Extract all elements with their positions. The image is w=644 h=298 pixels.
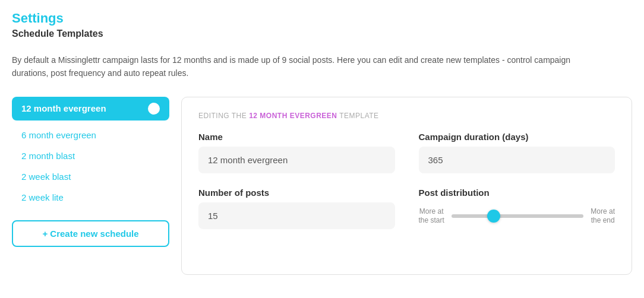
editor-panel: EDITING THE 12 MONTH EVERGREEN TEMPLATE … bbox=[181, 97, 632, 275]
name-label: Name bbox=[198, 132, 395, 142]
sidebar-item-12-month-evergreen[interactable]: 12 month evergreen bbox=[12, 97, 169, 121]
sidebar-item-label-3: 2 week blast bbox=[21, 172, 71, 182]
sidebar-item-label-1: 6 month evergreen bbox=[21, 130, 96, 140]
sidebar-item-label-active: 12 month evergreen bbox=[21, 103, 106, 113]
distribution-label: Post distribution bbox=[419, 188, 615, 198]
page-subtitle: Schedule Templates bbox=[12, 28, 632, 39]
sidebar-item-2-week-blast[interactable]: 2 week blast bbox=[12, 167, 169, 186]
duration-input[interactable] bbox=[419, 147, 615, 173]
sidebar-item-label-2: 2 month blast bbox=[21, 151, 75, 161]
active-toggle-dot bbox=[148, 103, 160, 115]
slider-left-label: More atthe start bbox=[419, 207, 444, 226]
duration-field-group: Campaign duration (days) bbox=[419, 132, 615, 173]
duration-label: Campaign duration (days) bbox=[419, 132, 615, 142]
name-field-group: Name bbox=[198, 132, 395, 173]
editing-highlight: 12 MONTH EVERGREEN bbox=[249, 112, 337, 120]
description-text: By default a Missinglettr campaign lasts… bbox=[12, 53, 606, 80]
sidebar-item-2-week-lite[interactable]: 2 week lite bbox=[12, 188, 169, 207]
name-input[interactable] bbox=[198, 147, 395, 173]
editing-prefix: EDITING THE bbox=[198, 112, 247, 120]
distribution-slider[interactable] bbox=[452, 214, 583, 218]
sidebar-item-2-month-blast[interactable]: 2 month blast bbox=[12, 146, 169, 166]
distribution-field-group: Post distribution More atthe start More … bbox=[419, 188, 615, 229]
posts-input[interactable] bbox=[198, 202, 395, 229]
posts-field-group: Number of posts bbox=[198, 188, 395, 229]
sidebar: 12 month evergreen 6 month evergreen 2 m… bbox=[12, 97, 169, 247]
create-new-schedule-button[interactable]: + Create new schedule bbox=[12, 220, 169, 247]
posts-label: Number of posts bbox=[198, 188, 395, 198]
slider-right-label: More atthe end bbox=[591, 207, 615, 226]
page-title: Settings bbox=[12, 11, 632, 26]
editing-label: EDITING THE 12 MONTH EVERGREEN TEMPLATE bbox=[198, 112, 615, 120]
sidebar-item-label-4: 2 week lite bbox=[21, 192, 64, 202]
sidebar-item-6-month-evergreen[interactable]: 6 month evergreen bbox=[12, 125, 169, 145]
editing-suffix: TEMPLATE bbox=[339, 112, 378, 120]
